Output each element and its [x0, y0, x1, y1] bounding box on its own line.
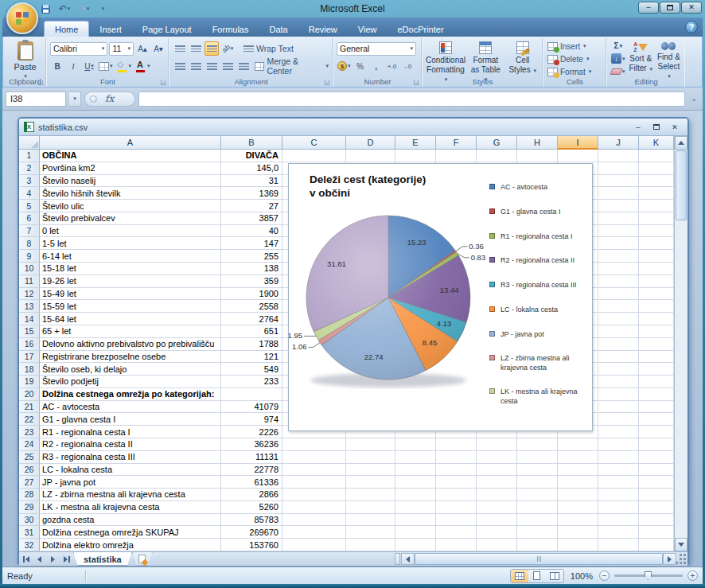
row-header-25[interactable]: 25	[19, 451, 40, 464]
cell-K2[interactable]	[639, 162, 674, 175]
row-header-8[interactable]: 8	[19, 237, 40, 250]
pie-chart-object[interactable]: Deleži cest (kategorije) v občini	[288, 163, 593, 431]
italic-button[interactable]: I	[66, 59, 80, 73]
row-header-14[interactable]: 14	[19, 313, 40, 325]
cell-A3[interactable]: Število naselij	[40, 175, 221, 188]
ribbon-tab-edocprinter[interactable]: eDocPrinter	[387, 21, 454, 37]
cell-J5[interactable]	[598, 200, 639, 212]
row-header-11[interactable]: 11	[19, 275, 40, 288]
cell-B17[interactable]: 121	[221, 351, 282, 364]
column-header-D[interactable]: D	[346, 136, 395, 150]
font-dialog-launcher[interactable]	[161, 80, 166, 85]
cell-A31[interactable]: Dolžina cestnega omrežja SKUPAJ	[40, 526, 221, 539]
row-header-21[interactable]: 21	[19, 401, 40, 414]
workbook-close-button[interactable]: ✕	[667, 122, 683, 133]
cell-F30[interactable]	[436, 514, 477, 527]
sort-filter-button[interactable]: AZ Sort & Filter ▾	[629, 40, 653, 82]
cell-A7[interactable]: 0 let	[40, 225, 221, 238]
cell-K19[interactable]	[639, 376, 674, 388]
cell-C25[interactable]	[282, 451, 346, 464]
cell-F24[interactable]	[436, 438, 477, 451]
name-box[interactable]: I38	[6, 92, 66, 107]
cell-A32[interactable]: Dolžina elektro omrežja	[40, 539, 221, 551]
row-header-17[interactable]: 17	[19, 351, 40, 364]
cell-B10[interactable]: 138	[221, 263, 282, 275]
horizontal-scroll-thumb[interactable]	[415, 553, 663, 565]
cell-J12[interactable]	[598, 288, 639, 301]
row-header-24[interactable]: 24	[19, 438, 40, 451]
align-right-button[interactable]	[204, 59, 219, 73]
cell-A14[interactable]: 15-64 let	[40, 313, 221, 325]
cell-A21[interactable]: AC - avtocesta	[40, 401, 221, 414]
row-header-19[interactable]: 19	[19, 376, 40, 388]
scroll-down-button[interactable]	[675, 538, 687, 551]
row-header-12[interactable]: 12	[19, 288, 40, 301]
borders-button[interactable]: ▾	[98, 59, 114, 73]
cell-D29[interactable]	[346, 501, 395, 514]
ribbon-tab-review[interactable]: Review	[298, 21, 348, 37]
window-resize-grip[interactable]	[676, 552, 687, 566]
cell-D31[interactable]	[346, 526, 395, 539]
cell-I29[interactable]	[558, 501, 598, 514]
cell-K23[interactable]	[639, 426, 674, 438]
cell-J31[interactable]	[598, 526, 639, 539]
cell-B5[interactable]: 27	[221, 200, 282, 212]
cell-F1[interactable]	[436, 150, 477, 162]
cell-J23[interactable]	[598, 426, 639, 438]
cell-B8[interactable]: 147	[221, 237, 282, 250]
cell-I27[interactable]	[558, 476, 598, 489]
cell-B18[interactable]: 549	[221, 363, 282, 376]
office-button[interactable]	[6, 2, 38, 34]
row-header-27[interactable]: 27	[19, 476, 40, 489]
row-header-4[interactable]: 4	[19, 187, 40, 200]
cell-A2[interactable]: Površina km2	[40, 162, 221, 175]
cell-G29[interactable]	[477, 501, 517, 514]
cell-K14[interactable]	[639, 313, 674, 325]
cell-K17[interactable]	[639, 351, 674, 364]
paste-button[interactable]: Paste▾	[7, 40, 43, 81]
row-header-16[interactable]: 16	[19, 338, 40, 351]
cell-B16[interactable]: 1788	[221, 338, 282, 351]
align-bottom-button[interactable]	[204, 41, 219, 56]
cell-J4[interactable]	[598, 187, 639, 200]
cell-D28[interactable]	[346, 489, 395, 501]
cell-E29[interactable]	[395, 501, 436, 514]
formula-input[interactable]	[138, 92, 685, 107]
cell-A27[interactable]: JP - javna pot	[40, 476, 221, 489]
underline-button[interactable]: U▾	[82, 59, 96, 73]
cell-B11[interactable]: 359	[221, 275, 282, 288]
cell-E24[interactable]	[395, 438, 436, 451]
cell-K21[interactable]	[639, 401, 674, 414]
cell-E27[interactable]	[395, 476, 436, 489]
cell-F25[interactable]	[436, 451, 477, 464]
row-header-18[interactable]: 18	[19, 363, 40, 376]
cell-B1[interactable]: DIVAČA	[221, 150, 282, 162]
cell-J21[interactable]	[598, 401, 639, 414]
vertical-scroll-thumb[interactable]	[676, 150, 687, 220]
cell-G1[interactable]	[477, 150, 517, 162]
cell-C27[interactable]	[282, 476, 346, 489]
cell-J18[interactable]	[598, 363, 639, 376]
cell-H31[interactable]	[517, 526, 558, 539]
column-header-F[interactable]: F	[436, 136, 477, 150]
cell-K16[interactable]	[639, 338, 674, 351]
help-button[interactable]: ?	[685, 21, 698, 33]
cell-K11[interactable]	[639, 275, 674, 288]
cell-B25[interactable]: 11131	[221, 451, 282, 464]
row-header-29[interactable]: 29	[19, 501, 40, 514]
cell-F26[interactable]	[436, 464, 477, 477]
cell-E28[interactable]	[395, 489, 436, 501]
zoom-slider-thumb[interactable]	[645, 571, 652, 580]
cell-B27[interactable]: 61336	[221, 476, 282, 489]
cell-J19[interactable]	[598, 376, 639, 388]
cell-A12[interactable]: 15-49 let	[40, 288, 221, 301]
cell-B32[interactable]: 153760	[221, 539, 282, 551]
cell-B23[interactable]: 2226	[221, 426, 282, 438]
cell-A16[interactable]: Delovno aktivno prebivalstvo po prebival…	[40, 338, 221, 351]
cell-H25[interactable]	[517, 451, 558, 464]
cell-I24[interactable]	[558, 438, 598, 451]
wrap-text-button[interactable]: Wrap Text	[243, 41, 294, 56]
minimize-button[interactable]: –	[638, 2, 659, 14]
font-color-button[interactable]: A▾	[134, 59, 151, 73]
cell-A18[interactable]: Število oseb, ki delajo	[40, 363, 221, 376]
